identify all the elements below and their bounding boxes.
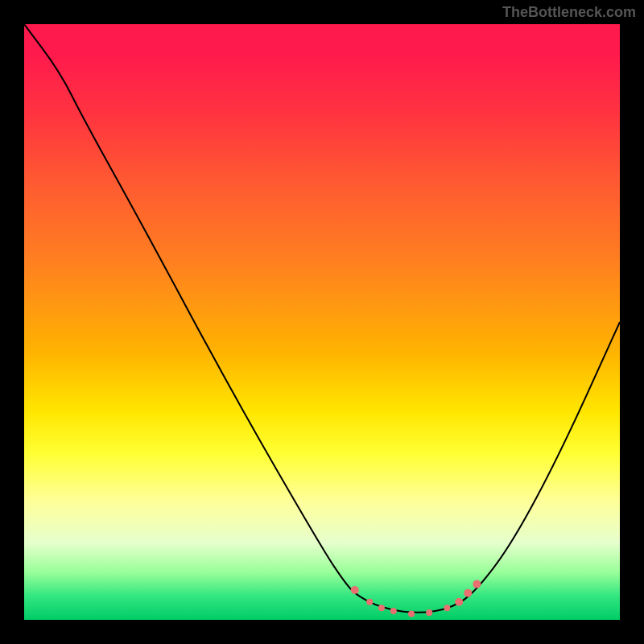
watermark-text: TheBottleneck.com (502, 4, 636, 21)
chart-plot-area (24, 24, 620, 620)
